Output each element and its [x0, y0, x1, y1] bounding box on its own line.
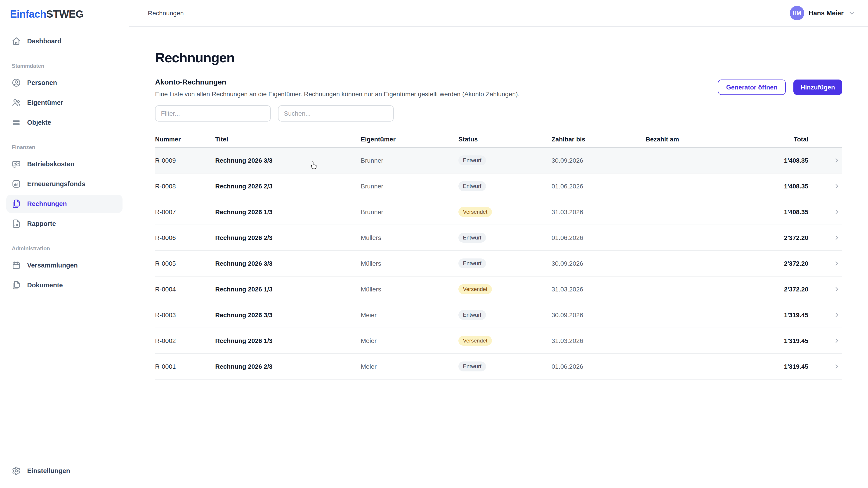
- sidebar-item-einstellungen[interactable]: Einstellungen: [6, 462, 123, 480]
- banknote-icon: [12, 160, 21, 168]
- invoice-status-cell: Versendet: [458, 336, 552, 346]
- generator-open-button[interactable]: Generator öffnen: [718, 79, 785, 95]
- sidebar-item-label: Versammlungen: [27, 262, 78, 269]
- add-button[interactable]: Hinzufügen: [794, 79, 842, 95]
- file-chart-icon: [12, 219, 21, 228]
- sidebar-item-label: Eigentümer: [27, 99, 63, 106]
- invoice-number: R-0008: [155, 183, 215, 190]
- sidebar-item-label: Rechnungen: [27, 200, 67, 207]
- topbar: Rechnungen HM Hans Meier: [129, 0, 868, 27]
- invoice-number: R-0009: [155, 157, 215, 164]
- invoice-status-cell: Versendet: [458, 284, 552, 294]
- sidebar-item-betriebskosten[interactable]: Betriebskosten: [6, 155, 123, 173]
- users-icon: [12, 98, 21, 107]
- table-row[interactable]: R-0001 Rechnung 2026 2/3 Meier Entwurf 0…: [155, 354, 842, 380]
- invoice-status-cell: Entwurf: [458, 310, 552, 320]
- sidebar: EinfachSTWEG Dashboard Stammdaten Person…: [0, 0, 129, 488]
- gear-icon: [12, 466, 21, 475]
- invoice-number: R-0006: [155, 234, 215, 241]
- chevron-right-icon: [808, 363, 842, 370]
- search-input[interactable]: [278, 105, 394, 122]
- invoice-due-date: 30.09.2026: [552, 311, 646, 319]
- sidebar-item-label: Personen: [27, 79, 57, 86]
- table-body: R-0009 Rechnung 2026 3/3 Brunner Entwurf…: [155, 148, 842, 380]
- column-header-total: Total: [745, 135, 808, 142]
- sidebar-item-erneuerungsfonds[interactable]: Erneuerungsfonds: [6, 175, 123, 193]
- table-row[interactable]: R-0007 Rechnung 2026 1/3 Brunner Versend…: [155, 199, 842, 225]
- invoice-total: 1'408.35: [745, 157, 808, 164]
- table-header: Nummer Titel Eigentümer Status Zahlbar b…: [155, 131, 842, 148]
- section-title: Akonto-Rechnungen: [155, 78, 520, 86]
- sidebar-item-dashboard[interactable]: Dashboard: [6, 32, 123, 50]
- invoices-table: Nummer Titel Eigentümer Status Zahlbar b…: [155, 131, 842, 380]
- invoice-title: Rechnung 2026 2/3: [215, 183, 361, 190]
- chevron-right-icon: [808, 311, 842, 319]
- main-column: Rechnungen HM Hans Meier Rechnungen Akon…: [129, 0, 868, 488]
- sidebar-item-personen[interactable]: Personen: [6, 74, 123, 92]
- table-row[interactable]: R-0005 Rechnung 2026 3/3 Müllers Entwurf…: [155, 251, 842, 276]
- invoice-title: Rechnung 2026 2/3: [215, 363, 361, 370]
- user-menu[interactable]: HM Hans Meier: [789, 6, 855, 20]
- invoice-number: R-0007: [155, 208, 215, 216]
- invoice-due-date: 30.09.2026: [552, 157, 646, 164]
- invoice-due-date: 30.09.2026: [552, 260, 646, 267]
- invoice-due-date: 01.06.2026: [552, 363, 646, 370]
- sidebar-item-label: Dokumente: [27, 282, 63, 289]
- invoice-number: R-0005: [155, 260, 215, 267]
- sidebar-item-rapporte[interactable]: Rapporte: [6, 215, 123, 233]
- page-title: Rechnungen: [155, 50, 842, 66]
- status-badge: Entwurf: [458, 156, 486, 165]
- invoice-title: Rechnung 2026 2/3: [215, 234, 361, 241]
- bar-chart-square-icon: [12, 180, 21, 188]
- invoice-owner: Müllers: [361, 260, 458, 267]
- invoice-owner: Meier: [361, 363, 458, 370]
- sidebar-item-label: Einstellungen: [27, 467, 70, 475]
- invoice-total: 1'319.45: [745, 363, 808, 370]
- table-row[interactable]: R-0003 Rechnung 2026 3/3 Meier Entwurf 3…: [155, 302, 842, 328]
- table-row[interactable]: R-0006 Rechnung 2026 2/3 Müllers Entwurf…: [155, 225, 842, 251]
- sidebar-item-label: Dashboard: [27, 37, 61, 45]
- status-badge: Entwurf: [458, 361, 486, 371]
- invoice-status-cell: Entwurf: [458, 156, 552, 165]
- list-icon: [12, 118, 21, 127]
- invoice-title: Rechnung 2026 3/3: [215, 157, 361, 164]
- sidebar-item-label: Objekte: [27, 119, 51, 126]
- app-window: EinfachSTWEG Dashboard Stammdaten Person…: [0, 0, 868, 488]
- table-row[interactable]: R-0009 Rechnung 2026 3/3 Brunner Entwurf…: [155, 148, 842, 173]
- sidebar-item-eigentuemer[interactable]: Eigentümer: [6, 94, 123, 111]
- app-logo: EinfachSTWEG: [10, 8, 123, 20]
- calendar-icon: [12, 261, 21, 270]
- filter-bar: [155, 105, 842, 122]
- invoice-total: 1'408.35: [745, 208, 808, 216]
- table-row[interactable]: R-0008 Rechnung 2026 2/3 Brunner Entwurf…: [155, 173, 842, 199]
- table-row[interactable]: R-0002 Rechnung 2026 1/3 Meier Versendet…: [155, 328, 842, 354]
- sidebar-item-dokumente[interactable]: Dokumente: [6, 276, 123, 294]
- action-buttons: Generator öffnen Hinzufügen: [718, 79, 842, 95]
- sidebar-item-objekte[interactable]: Objekte: [6, 113, 123, 131]
- invoice-title: Rechnung 2026 1/3: [215, 337, 361, 344]
- section-description: Eine Liste von allen Rechnungen an die E…: [155, 90, 520, 98]
- invoice-total: 1'319.45: [745, 337, 808, 344]
- invoice-owner: Meier: [361, 311, 458, 319]
- invoice-total: 1'408.35: [745, 183, 808, 190]
- column-header-bezahlt-am: Bezahlt am: [646, 135, 745, 142]
- user-name: Hans Meier: [809, 9, 844, 17]
- invoice-status-cell: Versendet: [458, 207, 552, 217]
- logo-text-primary: Einfach: [10, 8, 46, 20]
- invoice-title: Rechnung 2026 1/3: [215, 286, 361, 293]
- invoice-status-cell: Entwurf: [458, 181, 552, 191]
- column-header-status: Status: [458, 135, 552, 142]
- filter-input[interactable]: [155, 105, 271, 122]
- invoice-owner: Müllers: [361, 286, 458, 293]
- status-badge: Entwurf: [458, 181, 486, 191]
- invoice-number: R-0002: [155, 337, 215, 344]
- sidebar-item-rechnungen[interactable]: Rechnungen: [6, 195, 123, 213]
- column-header-zahlbar-bis: Zahlbar bis: [552, 135, 646, 142]
- section-header-text: Akonto-Rechnungen Eine Liste von allen R…: [155, 78, 520, 98]
- invoice-total: 1'319.45: [745, 311, 808, 319]
- invoice-owner: Brunner: [361, 208, 458, 216]
- invoice-owner: Meier: [361, 337, 458, 344]
- chevron-right-icon: [808, 208, 842, 216]
- sidebar-item-versammlungen[interactable]: Versammlungen: [6, 256, 123, 274]
- table-row[interactable]: R-0004 Rechnung 2026 1/3 Müllers Versend…: [155, 276, 842, 302]
